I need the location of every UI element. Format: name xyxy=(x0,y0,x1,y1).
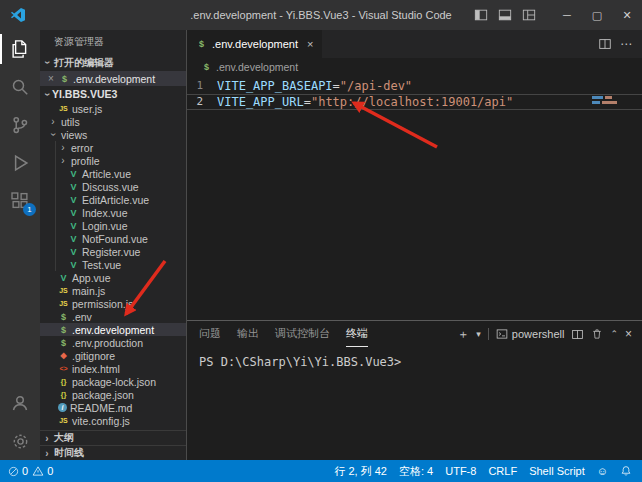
breadcrumb[interactable]: $ .env.development xyxy=(187,58,642,76)
tree-item-.env.development[interactable]: $.env.development xyxy=(40,323,186,336)
run-debug-icon[interactable] xyxy=(0,144,40,182)
tree-item-utils[interactable]: ›utils xyxy=(40,115,186,128)
more-actions-icon[interactable]: ⋯ xyxy=(620,38,632,50)
tree-item-Discuss.vue[interactable]: VDiscuss.vue xyxy=(40,180,186,193)
panel-tab-调试控制台[interactable]: 调试控制台 xyxy=(275,321,330,347)
timeline-section[interactable]: › 时间线 xyxy=(40,445,186,460)
panel-tab-输出[interactable]: 输出 xyxy=(237,321,259,347)
cursor-position[interactable]: 行 2, 列 42 xyxy=(334,464,387,479)
tree-item-vite.config.js[interactable]: JSvite.config.js xyxy=(40,414,186,427)
shell-file-icon: $ xyxy=(59,73,70,84)
extensions-icon[interactable]: 1 xyxy=(0,182,40,220)
feedback-smiley-icon[interactable]: ☺ xyxy=(597,465,608,477)
panel-tab-问题[interactable]: 问题 xyxy=(199,321,221,347)
code-line-2[interactable]: 2VITE_APP_URL="http://localhost:19001/ap… xyxy=(187,94,642,110)
chevron-right-icon: › xyxy=(42,448,52,459)
account-icon[interactable] xyxy=(0,384,40,422)
tree-item-label: views xyxy=(61,129,87,141)
tree-item-views[interactable]: ›views xyxy=(40,128,186,141)
split-editor-icon[interactable] xyxy=(598,37,612,51)
indentation[interactable]: 空格: 4 xyxy=(399,464,433,479)
panel-tab-终端[interactable]: 终端 xyxy=(346,321,368,347)
outline-section[interactable]: › 大纲 xyxy=(40,430,186,445)
tab-close-icon[interactable]: × xyxy=(307,38,313,50)
tree-item-Register.vue[interactable]: VRegister.vue xyxy=(40,245,186,258)
maximize-button[interactable]: ▢ xyxy=(582,0,612,30)
project-root-header[interactable]: › YI.BBS.VUE3 xyxy=(40,86,186,102)
kill-terminal-icon[interactable] xyxy=(591,328,603,340)
tree-item-label: profile xyxy=(71,155,100,167)
warning-icon xyxy=(32,465,44,477)
errors-indicator[interactable]: 0 xyxy=(8,465,28,477)
tree-item-package-lock.json[interactable]: {}package-lock.json xyxy=(40,375,186,388)
new-terminal-icon[interactable]: ＋ xyxy=(457,328,469,340)
vue-file-icon: V xyxy=(68,168,79,179)
tree-item-user.js[interactable]: JSuser.js xyxy=(40,102,186,115)
tree-item-NotFound.vue[interactable]: VNotFound.vue xyxy=(40,232,186,245)
toggle-sidebar-icon[interactable] xyxy=(474,8,488,22)
code-line-1[interactable]: 1VITE_APP_BASEAPI="/api-dev" xyxy=(187,78,642,94)
tree-item-Index.vue[interactable]: VIndex.vue xyxy=(40,206,186,219)
customize-layout-icon[interactable] xyxy=(522,8,536,22)
tree-item-main.js[interactable]: JSmain.js xyxy=(40,284,186,297)
notifications-bell-icon[interactable] xyxy=(620,465,632,477)
explorer-icon[interactable] xyxy=(0,30,40,68)
tree-item-.env.production[interactable]: $.env.production xyxy=(40,336,186,349)
warnings-indicator[interactable]: 0 xyxy=(32,465,53,477)
tree-item-label: package.json xyxy=(72,389,134,401)
vue-file-icon: V xyxy=(68,246,79,257)
tree-item-README.md[interactable]: iREADME.md xyxy=(40,401,186,414)
tree-item-label: Login.vue xyxy=(82,220,128,232)
tree-item-EditArticle.vue[interactable]: VEditArticle.vue xyxy=(40,193,186,206)
open-editor-item[interactable]: × $ .env.development xyxy=(40,71,186,86)
shell-selector[interactable]: powershell xyxy=(496,328,565,340)
close-button[interactable]: ✕ xyxy=(612,0,642,30)
tree-item-label: .env xyxy=(72,311,92,323)
tree-item-profile[interactable]: ›profile xyxy=(40,154,186,167)
tree-item-.env[interactable]: $.env xyxy=(40,310,186,323)
terminal-dropdown-icon[interactable]: ▾ xyxy=(476,330,481,339)
git-file-icon: ◆ xyxy=(58,350,69,361)
close-editor-icon[interactable]: × xyxy=(46,73,56,84)
settings-gear-icon[interactable] xyxy=(0,422,40,460)
tree-item-App.vue[interactable]: VApp.vue xyxy=(40,271,186,284)
js-file-icon: JS xyxy=(58,103,69,114)
split-terminal-icon[interactable] xyxy=(571,328,584,341)
tree-item-.gitignore[interactable]: ◆.gitignore xyxy=(40,349,186,362)
tree-item-Article.vue[interactable]: VArticle.vue xyxy=(40,167,186,180)
tree-item-index.html[interactable]: <>index.html xyxy=(40,362,186,375)
source-control-icon[interactable] xyxy=(0,106,40,144)
tree-item-label: Register.vue xyxy=(82,246,140,258)
panel-tab-bar: 问题输出调试控制台终端 ＋ ▾ powershell ⌃ × xyxy=(187,321,642,347)
code-editor[interactable]: 1VITE_APP_BASEAPI="/api-dev"2VITE_APP_UR… xyxy=(187,76,642,110)
tree-item-label: NotFound.vue xyxy=(82,233,148,245)
divider xyxy=(488,328,489,340)
vscode-logo-icon xyxy=(10,7,26,23)
activity-bar-spacer xyxy=(0,220,40,384)
search-icon[interactable] xyxy=(0,68,40,106)
editor-tab-bar: $ .env.development × ⋯ xyxy=(187,30,642,58)
tree-item-Test.vue[interactable]: VTest.vue xyxy=(40,258,186,271)
info-file-icon: i xyxy=(58,403,67,412)
shell-file-icon: $ xyxy=(58,337,69,348)
tree-item-Login.vue[interactable]: VLogin.vue xyxy=(40,219,186,232)
tree-item-package.json[interactable]: {}package.json xyxy=(40,388,186,401)
terminal-output[interactable]: PS D:\CSharp\Yi\Yi.BBS.Vue3> xyxy=(187,347,642,369)
minimize-button[interactable]: ─ xyxy=(552,0,582,30)
tree-item-permission.js[interactable]: JSpermission.js xyxy=(40,297,186,310)
close-panel-icon[interactable]: × xyxy=(625,328,632,340)
minimap-mark xyxy=(592,96,603,99)
json-file-icon: {} xyxy=(58,389,69,400)
open-editors-header[interactable]: › 打开的编辑器 xyxy=(40,54,186,71)
toggle-panel-icon[interactable] xyxy=(498,8,512,22)
shell-file-icon: $ xyxy=(58,324,69,335)
encoding[interactable]: UTF-8 xyxy=(445,465,476,477)
tab-env-development[interactable]: $ .env.development × xyxy=(187,30,323,58)
tree-item-error[interactable]: ›error xyxy=(40,141,186,154)
shell-file-icon: $ xyxy=(196,39,207,50)
maximize-panel-icon[interactable]: ⌃ xyxy=(610,330,618,339)
language-mode[interactable]: Shell Script xyxy=(529,465,585,477)
explorer-sidebar: 资源管理器 › 打开的编辑器 × $ .env.development › YI… xyxy=(40,30,186,460)
eol-sequence[interactable]: CRLF xyxy=(488,465,517,477)
minimap[interactable] xyxy=(592,96,628,106)
